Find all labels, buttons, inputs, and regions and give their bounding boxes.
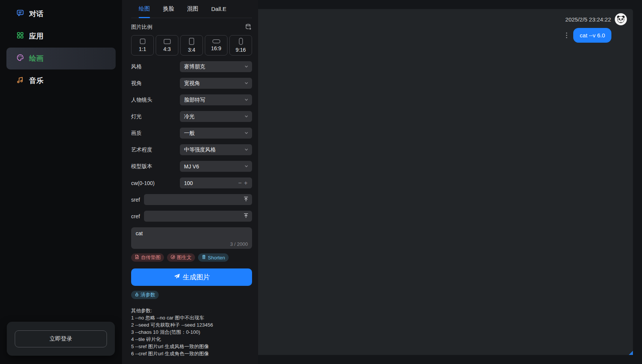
style-value: 赛博朋克 — [184, 63, 205, 70]
generate-image-button[interactable]: 生成图片 — [131, 268, 252, 286]
tab-face-swap[interactable]: 换脸 — [163, 0, 174, 18]
document-upload-icon — [135, 254, 139, 261]
prompt-textarea[interactable]: cat 3 / 2000 — [131, 227, 252, 249]
tab-draw[interactable]: 绘图 — [139, 0, 150, 18]
character-shot-row: 人物镜头 脸部特写 — [131, 94, 252, 105]
tab-dalle[interactable]: Dall.E — [211, 0, 226, 18]
shorten-icon — [201, 254, 206, 261]
sidebar-nav: 对话 应用 绘画 音乐 — [0, 0, 122, 92]
sidebar-item-draw[interactable]: 绘画 — [6, 48, 116, 69]
chevron-down-icon — [244, 130, 249, 137]
decrement-button[interactable]: − — [237, 180, 243, 186]
tab-blend[interactable]: 混图 — [187, 0, 198, 18]
lighting-select[interactable]: 冷光 — [180, 111, 252, 122]
ratio-label: 4:3 — [163, 46, 170, 52]
style-select[interactable]: 赛博朋克 — [180, 61, 252, 72]
art-level-value: 中等强度风格 — [184, 147, 216, 153]
sref-label: sref — [131, 197, 140, 203]
message-menu-icon[interactable] — [565, 32, 568, 39]
cref-row: cref — [131, 211, 252, 222]
other-params-help: 其他参数: 1 --no 忽略 --no car 图中不出现车 2 --seed… — [131, 307, 252, 357]
ratio-section-header: 图片比例 — [131, 23, 252, 31]
user-message-group: 2025/2/5 23:24:22 cat --v 6.0 — [565, 13, 627, 43]
lighting-value: 冷光 — [184, 113, 195, 120]
mode-tabs: 绘图 换脸 混图 Dall.E — [131, 0, 252, 18]
view-angle-row: 视角 宽视角 — [131, 78, 252, 89]
ratio-16-9-button[interactable]: 16:9 — [205, 35, 227, 56]
paper-plane-icon — [173, 273, 180, 282]
lighting-row: 灯光 冷光 — [131, 111, 252, 122]
clear-icon — [135, 292, 139, 298]
cref-label: cref — [131, 213, 140, 219]
login-button[interactable]: 立即登录 — [15, 330, 107, 347]
style-row: 风格 赛博朋克 — [131, 61, 252, 72]
art-level-select[interactable]: 中等强度风格 — [180, 144, 252, 155]
chat-history-panel: 2025/2/5 23:24:22 cat --v 6.0 — [258, 9, 633, 355]
ratio-3-4-button[interactable]: 3:4 — [180, 35, 203, 56]
clear-params-tag[interactable]: 清参数 — [131, 291, 159, 299]
help-line: 3 --chaos 10 混合(范围：0-100) — [131, 329, 252, 336]
sidebar-item-music[interactable]: 音乐 — [6, 70, 116, 92]
sidebar-item-apps[interactable]: 应用 — [6, 25, 116, 47]
character-shot-label: 人物镜头 — [131, 97, 152, 103]
quality-label: 画质 — [131, 130, 142, 137]
prompt-tools: 自传垫图 图生文 Shorten — [131, 253, 252, 262]
upload-base-image-tag[interactable]: 自传垫图 — [131, 253, 164, 262]
chevron-down-icon — [244, 163, 249, 170]
message-timestamp: 2025/2/5 23:24:22 — [565, 16, 611, 23]
view-angle-select[interactable]: 宽视角 — [180, 78, 252, 89]
chevron-down-icon — [244, 80, 249, 87]
ratio-4-3-button[interactable]: 4:3 — [156, 35, 178, 56]
user-message-bubble: cat --v 6.0 — [573, 28, 611, 43]
message-meta: 2025/2/5 23:24:22 — [565, 13, 627, 25]
model-version-label: 模型版本 — [131, 163, 152, 170]
model-version-row: 模型版本 MJ V6 — [131, 161, 252, 172]
upload-icon[interactable] — [243, 213, 249, 220]
upload-icon[interactable] — [243, 196, 249, 203]
character-shot-select[interactable]: 脸部特写 — [180, 94, 252, 105]
ratio-1-1-button[interactable]: 1:1 — [131, 35, 154, 56]
shorten-tag[interactable]: Shorten — [198, 253, 229, 262]
cw-row: cw(0-100) 100 − + — [131, 177, 252, 188]
help-line: 4 --tile 碎片化 — [131, 336, 252, 343]
sidebar-item-label: 绘画 — [29, 54, 43, 63]
login-card: 立即登录 — [7, 322, 115, 356]
music-note-icon — [16, 76, 24, 86]
clear-params-label: 清参数 — [141, 292, 155, 298]
chevron-down-icon — [244, 147, 249, 153]
resize-corner — [629, 351, 633, 355]
tag-label: 图生文 — [177, 254, 192, 261]
cw-stepper[interactable]: 100 − + — [180, 177, 252, 188]
increment-button[interactable]: + — [243, 180, 249, 186]
sidebar: 对话 应用 绘画 音乐 立即登录 — [0, 0, 122, 364]
image-to-text-icon — [170, 254, 175, 261]
lighting-label: 灯光 — [131, 113, 142, 120]
image-to-text-tag[interactable]: 图生文 — [167, 253, 195, 262]
view-angle-label: 视角 — [131, 80, 142, 87]
model-version-select[interactable]: MJ V6 — [180, 161, 252, 172]
cref-input[interactable] — [144, 211, 252, 222]
sidebar-item-chat[interactable]: 对话 — [6, 3, 116, 25]
chevron-down-icon — [244, 63, 249, 70]
help-line: 5 --sref 图片url 生成风格一致的图像 — [131, 343, 252, 350]
app-window: 对话 应用 绘画 音乐 立即登录 — [0, 0, 642, 364]
quality-row: 画质 一般 — [131, 128, 252, 139]
message-row: cat --v 6.0 — [565, 28, 611, 43]
quality-select[interactable]: 一般 — [180, 128, 252, 139]
cw-label: cw(0-100) — [131, 180, 155, 186]
database-import-icon[interactable] — [245, 23, 252, 31]
palette-icon — [16, 54, 24, 63]
chevron-down-icon — [244, 97, 249, 103]
quality-value: 一般 — [184, 130, 195, 137]
sref-input[interactable] — [144, 194, 252, 205]
model-version-value: MJ V6 — [184, 163, 199, 170]
ratio-label: 16:9 — [211, 45, 221, 51]
ratio-4-3-icon — [164, 39, 171, 44]
art-level-row: 艺术程度 中等强度风格 — [131, 144, 252, 155]
ratio-section-label: 图片比例 — [131, 24, 152, 31]
help-line: 1 --no 忽略 --no car 图中不出现车 — [131, 314, 252, 321]
ratio-label: 1:1 — [139, 46, 146, 52]
ratio-3-4-icon — [189, 38, 194, 45]
ratio-9-16-button[interactable]: 9:16 — [229, 35, 252, 56]
apps-grid-icon — [16, 31, 24, 41]
